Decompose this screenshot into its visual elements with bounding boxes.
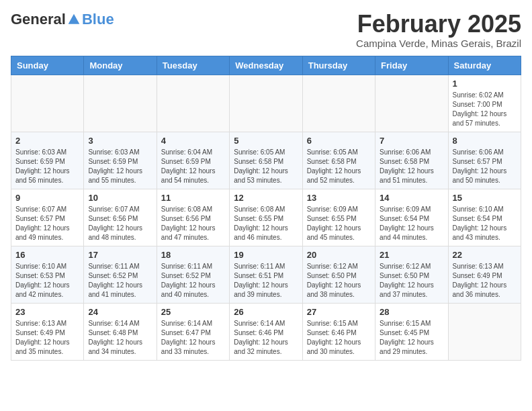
calendar-cell: 4Sunrise: 6:04 AM Sunset: 6:59 PM Daylig… — [157, 132, 229, 189]
logo: General Blue — [11, 11, 114, 28]
calendar-cell: 27Sunrise: 6:15 AM Sunset: 6:46 PM Dayli… — [302, 303, 375, 360]
logo-blue-text: Blue — [82, 11, 114, 28]
column-header-friday: Friday — [375, 56, 448, 75]
calendar-week-2: 2Sunrise: 6:03 AM Sunset: 6:59 PM Daylig… — [11, 132, 521, 189]
calendar-cell: 14Sunrise: 6:09 AM Sunset: 6:54 PM Dayli… — [375, 189, 448, 246]
calendar-cell: 15Sunrise: 6:10 AM Sunset: 6:54 PM Dayli… — [448, 189, 521, 246]
calendar-cell: 23Sunrise: 6:13 AM Sunset: 6:49 PM Dayli… — [11, 303, 84, 360]
day-number: 19 — [234, 250, 298, 260]
calendar-cell — [84, 75, 157, 132]
day-info: Sunrise: 6:13 AM Sunset: 6:49 PM Dayligh… — [453, 262, 517, 300]
day-number: 27 — [307, 307, 371, 317]
day-number: 20 — [307, 250, 371, 260]
calendar-cell: 12Sunrise: 6:08 AM Sunset: 6:55 PM Dayli… — [230, 189, 302, 246]
calendar-cell: 10Sunrise: 6:07 AM Sunset: 6:56 PM Dayli… — [84, 189, 157, 246]
calendar-cell: 24Sunrise: 6:14 AM Sunset: 6:48 PM Dayli… — [84, 303, 157, 360]
day-number: 1 — [453, 79, 517, 89]
day-info: Sunrise: 6:06 AM Sunset: 6:57 PM Dayligh… — [453, 148, 517, 185]
calendar-cell: 17Sunrise: 6:11 AM Sunset: 6:52 PM Dayli… — [84, 246, 157, 303]
calendar-cell: 1Sunrise: 6:02 AM Sunset: 7:00 PM Daylig… — [448, 75, 521, 132]
column-header-wednesday: Wednesday — [230, 56, 302, 75]
calendar-cell — [157, 75, 229, 132]
day-info: Sunrise: 6:12 AM Sunset: 6:50 PM Dayligh… — [380, 262, 443, 300]
column-header-sunday: Sunday — [11, 56, 84, 75]
day-info: Sunrise: 6:10 AM Sunset: 6:54 PM Dayligh… — [453, 205, 517, 242]
day-info: Sunrise: 6:04 AM Sunset: 6:59 PM Dayligh… — [161, 148, 225, 185]
day-info: Sunrise: 6:11 AM Sunset: 6:52 PM Dayligh… — [161, 262, 225, 300]
title-block: February 2025 Campina Verde, Minas Gerai… — [356, 11, 521, 49]
day-info: Sunrise: 6:14 AM Sunset: 6:48 PM Dayligh… — [88, 319, 152, 357]
day-number: 2 — [15, 136, 79, 146]
calendar-cell: 8Sunrise: 6:06 AM Sunset: 6:57 PM Daylig… — [448, 132, 521, 189]
day-number: 11 — [161, 193, 225, 203]
day-number: 4 — [161, 136, 225, 146]
day-info: Sunrise: 6:03 AM Sunset: 6:59 PM Dayligh… — [15, 148, 79, 185]
calendar-header-row: SundayMondayTuesdayWednesdayThursdayFrid… — [11, 56, 521, 75]
day-number: 26 — [234, 307, 298, 317]
day-info: Sunrise: 6:10 AM Sunset: 6:53 PM Dayligh… — [15, 262, 79, 300]
day-number: 15 — [453, 193, 517, 203]
column-header-thursday: Thursday — [302, 56, 375, 75]
column-header-monday: Monday — [84, 56, 157, 75]
calendar-cell: 25Sunrise: 6:14 AM Sunset: 6:47 PM Dayli… — [157, 303, 229, 360]
subtitle: Campina Verde, Minas Gerais, Brazil — [356, 38, 521, 49]
calendar-cell — [302, 75, 375, 132]
calendar-week-1: 1Sunrise: 6:02 AM Sunset: 7:00 PM Daylig… — [11, 75, 521, 132]
calendar-cell — [375, 75, 448, 132]
logo-general-text: General — [11, 11, 66, 28]
calendar-cell: 11Sunrise: 6:08 AM Sunset: 6:56 PM Dayli… — [157, 189, 229, 246]
calendar-cell: 2Sunrise: 6:03 AM Sunset: 6:59 PM Daylig… — [11, 132, 84, 189]
calendar-cell: 5Sunrise: 6:05 AM Sunset: 6:58 PM Daylig… — [230, 132, 302, 189]
day-info: Sunrise: 6:08 AM Sunset: 6:56 PM Dayligh… — [161, 205, 225, 242]
day-info: Sunrise: 6:08 AM Sunset: 6:55 PM Dayligh… — [234, 205, 298, 242]
day-number: 13 — [307, 193, 371, 203]
day-info: Sunrise: 6:11 AM Sunset: 6:51 PM Dayligh… — [234, 262, 298, 300]
day-info: Sunrise: 6:09 AM Sunset: 6:54 PM Dayligh… — [380, 205, 443, 242]
calendar-cell: 18Sunrise: 6:11 AM Sunset: 6:52 PM Dayli… — [157, 246, 229, 303]
calendar-cell: 22Sunrise: 6:13 AM Sunset: 6:49 PM Dayli… — [448, 246, 521, 303]
day-number: 12 — [234, 193, 298, 203]
calendar-cell: 19Sunrise: 6:11 AM Sunset: 6:51 PM Dayli… — [230, 246, 302, 303]
calendar-week-3: 9Sunrise: 6:07 AM Sunset: 6:57 PM Daylig… — [11, 189, 521, 246]
page-header: General Blue February 2025 Campina Verde… — [11, 11, 521, 49]
day-info: Sunrise: 6:05 AM Sunset: 6:58 PM Dayligh… — [307, 148, 371, 185]
column-header-tuesday: Tuesday — [157, 56, 229, 75]
calendar-cell: 13Sunrise: 6:09 AM Sunset: 6:55 PM Dayli… — [302, 189, 375, 246]
logo-icon — [67, 13, 81, 26]
day-number: 23 — [15, 307, 79, 317]
calendar-cell: 16Sunrise: 6:10 AM Sunset: 6:53 PM Dayli… — [11, 246, 84, 303]
day-number: 21 — [380, 250, 443, 260]
day-number: 14 — [380, 193, 443, 203]
day-info: Sunrise: 6:12 AM Sunset: 6:50 PM Dayligh… — [307, 262, 371, 300]
day-number: 22 — [453, 250, 517, 260]
day-info: Sunrise: 6:02 AM Sunset: 7:00 PM Dayligh… — [453, 91, 517, 128]
calendar-week-4: 16Sunrise: 6:10 AM Sunset: 6:53 PM Dayli… — [11, 246, 521, 303]
day-number: 8 — [453, 136, 517, 146]
day-number: 9 — [15, 193, 79, 203]
svg-marker-0 — [69, 14, 80, 24]
day-info: Sunrise: 6:06 AM Sunset: 6:58 PM Dayligh… — [380, 148, 443, 185]
day-number: 10 — [88, 193, 152, 203]
day-info: Sunrise: 6:14 AM Sunset: 6:46 PM Dayligh… — [234, 319, 298, 357]
day-info: Sunrise: 6:07 AM Sunset: 6:56 PM Dayligh… — [88, 205, 152, 242]
day-number: 28 — [380, 307, 443, 317]
day-number: 16 — [15, 250, 79, 260]
calendar-week-5: 23Sunrise: 6:13 AM Sunset: 6:49 PM Dayli… — [11, 303, 521, 360]
day-number: 25 — [161, 307, 225, 317]
day-info: Sunrise: 6:07 AM Sunset: 6:57 PM Dayligh… — [15, 205, 79, 242]
day-info: Sunrise: 6:09 AM Sunset: 6:55 PM Dayligh… — [307, 205, 371, 242]
day-info: Sunrise: 6:03 AM Sunset: 6:59 PM Dayligh… — [88, 148, 152, 185]
day-number: 6 — [307, 136, 371, 146]
day-number: 18 — [161, 250, 225, 260]
day-info: Sunrise: 6:15 AM Sunset: 6:46 PM Dayligh… — [307, 319, 371, 357]
day-number: 7 — [380, 136, 443, 146]
calendar-cell — [448, 303, 521, 360]
day-info: Sunrise: 6:05 AM Sunset: 6:58 PM Dayligh… — [234, 148, 298, 185]
day-number: 17 — [88, 250, 152, 260]
day-info: Sunrise: 6:11 AM Sunset: 6:52 PM Dayligh… — [88, 262, 152, 300]
day-info: Sunrise: 6:14 AM Sunset: 6:47 PM Dayligh… — [161, 319, 225, 357]
calendar-cell: 28Sunrise: 6:15 AM Sunset: 6:45 PM Dayli… — [375, 303, 448, 360]
day-info: Sunrise: 6:13 AM Sunset: 6:49 PM Dayligh… — [15, 319, 79, 357]
day-info: Sunrise: 6:15 AM Sunset: 6:45 PM Dayligh… — [380, 319, 443, 357]
calendar-cell: 7Sunrise: 6:06 AM Sunset: 6:58 PM Daylig… — [375, 132, 448, 189]
